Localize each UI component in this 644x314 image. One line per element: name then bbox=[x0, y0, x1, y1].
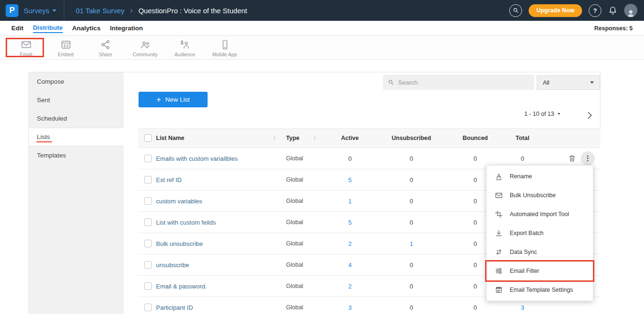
nav-tab[interactable]: Distribute bbox=[33, 23, 63, 33]
sidebar-item-label: Scheduled bbox=[37, 115, 67, 122]
list-name-link[interactable]: unsubscribe bbox=[156, 262, 189, 269]
context-menu-item[interactable]: Email Filter bbox=[487, 262, 593, 280]
row-checkbox[interactable] bbox=[144, 282, 152, 290]
channel-item[interactable]: Email bbox=[6, 36, 46, 60]
unsubscribed-count[interactable]: 0 bbox=[376, 219, 447, 226]
row-checkbox[interactable] bbox=[144, 240, 152, 247]
sidebar-item-label: Sent bbox=[37, 96, 50, 104]
sort-icon[interactable] bbox=[272, 135, 277, 141]
row-checkbox[interactable] bbox=[144, 176, 152, 183]
list-name-link[interactable]: Emails with custom variallbles bbox=[156, 155, 238, 162]
select-all-checkbox[interactable] bbox=[144, 134, 152, 142]
breadcrumb: 01 Take Survey › QuestionPro : Voice of … bbox=[76, 6, 247, 15]
channel-label: Audience bbox=[174, 52, 195, 57]
active-count[interactable]: 4 bbox=[324, 262, 376, 269]
next-page-button[interactable] bbox=[583, 108, 597, 122]
list-name-link[interactable]: Ext ref ID bbox=[156, 176, 182, 183]
context-menu-item-label: Data Sync bbox=[510, 249, 537, 255]
questionpro-logo[interactable]: P bbox=[6, 4, 18, 17]
channel-item[interactable]: Embed bbox=[46, 36, 86, 60]
active-count[interactable]: 1 bbox=[324, 198, 376, 205]
sidebar-item[interactable]: Lists bbox=[29, 128, 124, 146]
trash-icon bbox=[568, 155, 576, 162]
row-menu-button[interactable] bbox=[581, 151, 595, 166]
context-menu-item[interactable]: Rename bbox=[487, 167, 593, 186]
context-menu-item[interactable]: Automated Import Tool bbox=[487, 205, 593, 224]
search-icon bbox=[513, 7, 519, 14]
sidebar-item[interactable]: Compose bbox=[29, 72, 123, 91]
sort-icon[interactable] bbox=[312, 135, 317, 141]
sidebar-item[interactable]: Scheduled bbox=[29, 109, 123, 128]
surveys-label: Surveys bbox=[24, 7, 49, 15]
column-list-name[interactable]: List Name bbox=[156, 135, 184, 141]
nav-tab[interactable]: Edit bbox=[11, 24, 24, 33]
new-list-button[interactable]: + New List bbox=[139, 92, 208, 107]
active-count[interactable]: 2 bbox=[324, 240, 376, 247]
survey-title: QuestionPro : Voice of the Student bbox=[139, 7, 247, 15]
bounced-count[interactable]: 0 bbox=[447, 155, 504, 162]
filter-dropdown[interactable]: All bbox=[537, 75, 600, 90]
row-checkbox[interactable] bbox=[144, 304, 152, 311]
nav-tab[interactable]: Integration bbox=[110, 24, 143, 33]
global-search-button[interactable] bbox=[509, 4, 522, 17]
row-checkbox[interactable] bbox=[144, 197, 152, 205]
list-search-box bbox=[383, 75, 534, 90]
user-avatar[interactable] bbox=[624, 4, 637, 17]
total-count[interactable]: 0 bbox=[504, 155, 541, 162]
list-type: Global bbox=[284, 283, 324, 289]
channel-item[interactable]: Mobile App bbox=[205, 36, 244, 60]
unsubscribed-count[interactable]: 0 bbox=[376, 198, 447, 205]
row-checkbox[interactable] bbox=[144, 155, 152, 162]
active-count[interactable]: 5 bbox=[324, 176, 376, 183]
channel-label: Community bbox=[132, 52, 157, 57]
list-type: Global bbox=[284, 176, 324, 183]
chevron-down-icon bbox=[590, 81, 594, 84]
list-name-link[interactable]: List with custom feilds bbox=[156, 219, 216, 226]
list-name-link[interactable]: Email & password. bbox=[156, 283, 207, 290]
chevron-right-icon bbox=[585, 111, 594, 120]
email-icon bbox=[21, 39, 32, 50]
active-count[interactable]: 5 bbox=[324, 219, 376, 226]
channel-label: Email bbox=[20, 52, 32, 57]
list-name-link[interactable]: Participant ID bbox=[156, 304, 193, 311]
total-count[interactable]: 3 bbox=[504, 304, 541, 311]
unsubscribed-count[interactable]: 0 bbox=[376, 155, 447, 162]
row-checkbox[interactable] bbox=[144, 261, 152, 269]
active-count[interactable]: 0 bbox=[324, 155, 376, 162]
active-count[interactable]: 2 bbox=[324, 283, 376, 290]
bounced-count[interactable]: 0 bbox=[447, 304, 504, 311]
surveys-menu[interactable]: Surveys bbox=[24, 7, 56, 15]
channel-item[interactable]: Share bbox=[86, 36, 125, 60]
automated-import-icon bbox=[495, 210, 503, 218]
notifications-button[interactable] bbox=[608, 6, 618, 15]
sidebar-item[interactable]: Templates bbox=[29, 146, 123, 165]
row-checkbox[interactable] bbox=[144, 218, 152, 226]
unsubscribed-count[interactable]: 0 bbox=[376, 176, 447, 183]
active-count[interactable]: 3 bbox=[324, 304, 376, 311]
list-type: Global bbox=[284, 304, 324, 311]
column-bounced: Bounced bbox=[447, 135, 504, 141]
search-input[interactable] bbox=[398, 79, 530, 86]
nav-tab[interactable]: Analytics bbox=[72, 24, 101, 33]
column-type[interactable]: Type bbox=[286, 135, 299, 141]
list-name-link[interactable]: custom variables bbox=[156, 198, 202, 205]
breadcrumb-survey-link[interactable]: 01 Take Survey bbox=[76, 7, 124, 15]
list-name-link[interactable]: Bulk unsubscribe bbox=[156, 240, 203, 247]
context-menu-item[interactable]: Export Batch bbox=[487, 224, 593, 243]
survey-nav: Edit Distribute Analytics Integration Re… bbox=[0, 21, 644, 36]
context-menu-item[interactable]: Data Sync bbox=[487, 243, 593, 262]
context-menu-item[interactable]: Email Template Settings bbox=[487, 280, 593, 299]
context-menu-item[interactable]: Bulk Unsubscribe bbox=[487, 186, 593, 205]
pagination[interactable]: 1 - 10 of 13 bbox=[482, 111, 560, 117]
unsubscribed-count[interactable]: 0 bbox=[376, 262, 447, 269]
unsubscribed-count[interactable]: 0 bbox=[376, 304, 447, 311]
unsubscribed-count[interactable]: 0 bbox=[376, 283, 447, 290]
help-button[interactable]: ? bbox=[589, 4, 601, 17]
upgrade-button[interactable]: Upgrade Now bbox=[529, 4, 582, 17]
delete-list-button[interactable] bbox=[568, 155, 576, 162]
channel-item[interactable]: Audience bbox=[165, 36, 205, 60]
sidebar-item[interactable]: Sent bbox=[29, 91, 123, 109]
export-batch-icon bbox=[495, 229, 503, 237]
channel-item[interactable]: Community bbox=[125, 36, 165, 60]
unsubscribed-count[interactable]: 1 bbox=[376, 240, 447, 247]
